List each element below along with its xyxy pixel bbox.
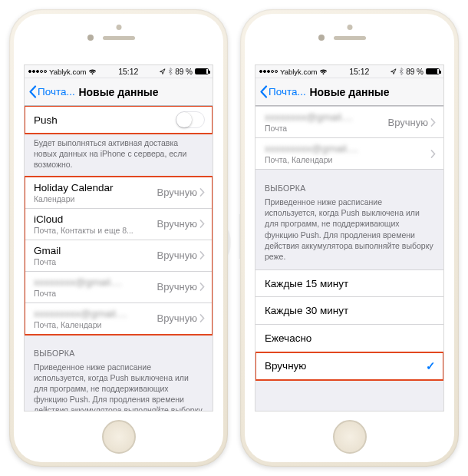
back-button[interactable]: Почта... — [28, 85, 75, 98]
account-sub: Календари — [34, 194, 157, 203]
bluetooth-icon — [399, 68, 404, 75]
account-value: Вручную — [157, 218, 197, 230]
wifi-icon — [319, 68, 328, 75]
account-title: Gmail — [34, 245, 157, 256]
push-cell[interactable]: Push — [25, 106, 213, 134]
fetch-footer: Приведенное ниже расписание используется… — [255, 197, 443, 269]
clock: 15:12 — [99, 67, 157, 76]
battery-percent: 89 % — [406, 68, 424, 76]
fetch-footer: Приведенное ниже расписание используется… — [25, 362, 213, 411]
screen: Yablyk.com 15:12 89 % По — [255, 64, 444, 412]
account-value: Вручную — [157, 312, 197, 324]
account-title: xxxxxxxxx@gmail.... — [34, 308, 157, 319]
nav-bar: Почта... Новые данные — [255, 78, 443, 106]
fetch-header: ВЫБОРКА — [25, 335, 213, 362]
signal-strength-icon — [259, 70, 278, 73]
fetch-option[interactable]: Каждые 30 минут — [255, 297, 443, 325]
back-button[interactable]: Почта... — [259, 85, 306, 98]
account-title: Holiday Calendar — [34, 182, 157, 193]
account-sub: Почта, Контакты и еще 8... — [34, 226, 157, 235]
account-row[interactable]: iCloud Почта, Контакты и еще 8... Вручну… — [25, 209, 213, 240]
fetch-option-selected[interactable]: Вручную ✓ — [255, 352, 443, 380]
home-button[interactable] — [333, 420, 367, 454]
checkmark-icon: ✓ — [426, 359, 436, 373]
account-sub: Почта — [34, 257, 157, 266]
status-bar: Yablyk.com 15:12 89 % — [25, 65, 213, 78]
battery-icon — [195, 68, 209, 74]
wifi-icon — [88, 68, 97, 75]
account-title: xxxxxxxx@gmail.... — [265, 111, 388, 123]
earpiece-speaker — [334, 36, 366, 40]
account-row[interactable]: xxxxxxxx@gmail.... Почта Вручную — [255, 106, 443, 138]
fetch-header: ВЫБОРКА — [255, 170, 443, 197]
content-area: Push Будет выполняться активная доставка… — [25, 106, 213, 411]
front-camera — [87, 35, 94, 41]
account-row[interactable]: Holiday Calendar Календари Вручную — [25, 177, 213, 209]
battery-icon — [426, 68, 440, 74]
fetch-option[interactable]: Каждые 15 минут — [255, 269, 443, 297]
chevron-right-icon — [199, 283, 205, 291]
status-bar: Yablyk.com 15:12 89 % — [255, 65, 443, 78]
back-label: Почта... — [38, 86, 75, 98]
chevron-right-icon — [199, 314, 205, 322]
account-row[interactable]: xxxxxxxxx@gmail.... Почта, Календари Вру… — [25, 303, 213, 335]
location-arrow-icon — [391, 68, 397, 76]
chevron-right-icon — [430, 150, 436, 158]
back-label: Почта... — [269, 86, 306, 98]
clock: 15:12 — [330, 67, 388, 76]
home-button[interactable] — [102, 420, 136, 454]
bluetooth-icon — [168, 68, 173, 75]
push-label: Push — [34, 114, 176, 126]
chevron-right-icon — [199, 251, 205, 259]
account-value: Вручную — [157, 281, 197, 293]
account-title: iCloud — [34, 213, 157, 225]
battery-percent: 89 % — [175, 68, 193, 76]
location-arrow-icon — [160, 68, 166, 76]
proximity-sensor — [116, 25, 121, 30]
fetch-option-label: Каждые 15 минут — [265, 278, 348, 289]
account-sub: Почта, Календари — [265, 155, 428, 164]
chevron-right-icon — [430, 118, 436, 127]
account-value: Вручную — [388, 117, 428, 128]
push-footer: Будет выполняться активная доставка новы… — [25, 134, 213, 177]
accounts-group: Holiday Calendar Календари Вручную iClou… — [25, 177, 213, 335]
fetch-option-label: Каждые 30 минут — [265, 305, 348, 316]
nav-bar: Почта... Новые данные — [25, 78, 213, 106]
account-sub: Почта — [265, 124, 388, 133]
account-sub: Почта — [34, 289, 157, 298]
chevron-right-icon — [199, 220, 205, 228]
fetch-option[interactable]: Ежечасно — [255, 325, 443, 352]
carrier-label: Yablyk.com — [280, 68, 317, 76]
account-row[interactable]: Gmail Почта Вручную — [25, 240, 213, 272]
account-row[interactable]: xxxxxxxxx@gmail.... Почта, Календари — [255, 138, 443, 170]
account-row[interactable]: xxxxxxxx@gmail.... Почта Вручную — [25, 272, 213, 303]
account-sub: Почта, Календари — [34, 320, 157, 329]
earpiece-speaker — [103, 36, 135, 40]
account-title: xxxxxxxx@gmail.... — [34, 276, 157, 288]
signal-strength-icon — [28, 70, 47, 73]
fetch-option-label: Ежечасно — [265, 332, 311, 344]
proximity-sensor — [347, 25, 352, 30]
phone-left: Yablyk.com 15:12 89 % — [9, 9, 228, 467]
content-area: xxxxxxxx@gmail.... Почта Вручную xxxxxxx… — [255, 106, 443, 411]
carrier-label: Yablyk.com — [49, 68, 86, 76]
phone-right: Yablyk.com 15:12 89 % По — [240, 9, 459, 467]
account-value: Вручную — [157, 250, 197, 261]
screen: Yablyk.com 15:12 89 % — [24, 64, 213, 412]
chevron-right-icon — [199, 188, 205, 197]
front-camera — [318, 35, 325, 41]
account-value: Вручную — [157, 187, 197, 198]
push-switch[interactable] — [176, 111, 205, 128]
fetch-option-label: Вручную — [265, 360, 426, 372]
account-title: xxxxxxxxx@gmail.... — [265, 143, 428, 154]
